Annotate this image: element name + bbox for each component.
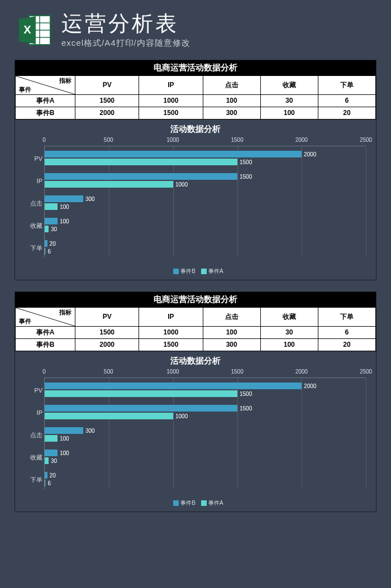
legend-label-b: 事件B	[180, 268, 196, 274]
bar-series-a: 1000	[45, 413, 173, 419]
x-axis: 05001000150020002500	[44, 369, 366, 377]
report-panel: 电商运营活动数据分析指标事件PVIP点击收藏下单事件A1500100010030…	[15, 291, 376, 512]
chart-legend: 事件B事件A	[15, 499, 376, 507]
cell-value: 30	[260, 94, 318, 107]
cell-value: 300	[203, 107, 260, 119]
category-label: PV	[18, 155, 42, 162]
column-header: PV	[75, 307, 139, 326]
category-group: IP15001000	[45, 171, 366, 191]
bar-value: 300	[85, 195, 95, 202]
table-corner: 指标事件	[16, 75, 75, 94]
row-label: 事件B	[16, 338, 75, 351]
bar-series-b: 20	[45, 240, 47, 247]
table-row: 事件B2000150030010020	[16, 107, 376, 119]
cell-value: 100	[203, 326, 260, 338]
row-label: 事件A	[16, 326, 75, 338]
legend-swatch-a	[201, 269, 207, 274]
column-header: PV	[75, 75, 139, 94]
column-header: 收藏	[260, 307, 318, 326]
bar-series-b: 2000	[45, 151, 302, 157]
data-table: 指标事件PVIP点击收藏下单事件A15001000100306事件B200015…	[15, 307, 376, 351]
category-group: 收藏10030	[45, 216, 366, 236]
cell-value: 2000	[75, 338, 139, 351]
bar-series-b: 2000	[45, 383, 302, 389]
bar-value: 30	[51, 457, 57, 463]
category-label: 下单	[18, 243, 42, 252]
cell-value: 100	[203, 94, 260, 107]
cell-value: 20	[318, 107, 375, 119]
bar-series-a: 100	[45, 435, 58, 442]
plot-area: PV20001500IP15001000点击300100收藏10030下单206	[44, 377, 366, 489]
x-tick: 0	[42, 369, 46, 375]
chart-area: 活动数据分析05001000150020002500PV20001500IP15…	[15, 119, 376, 280]
category-group: 下单206	[45, 470, 366, 490]
legend-swatch-b	[173, 269, 179, 274]
page-header: X 运营分析表 excel格式/A4打印/内容随意修改	[0, 0, 391, 54]
bar-value: 20	[50, 240, 56, 246]
bar-series-b: 300	[45, 427, 83, 434]
x-tick: 2000	[295, 369, 308, 375]
bar-value: 100	[60, 203, 69, 209]
bar-value: 300	[85, 427, 95, 433]
legend-swatch-b	[173, 500, 179, 506]
cell-value: 100	[260, 338, 318, 351]
bar-series-b: 300	[45, 195, 83, 202]
cell-value: 6	[318, 326, 375, 338]
bar-value: 20	[50, 472, 56, 478]
svg-text:X: X	[23, 23, 31, 36]
bar-value: 1000	[175, 413, 188, 419]
bar-value: 1500	[240, 173, 252, 179]
column-header: IP	[139, 307, 203, 326]
cell-value: 1000	[139, 326, 203, 338]
cell-value: 1500	[139, 338, 203, 351]
legend-label-a: 事件A	[208, 268, 223, 274]
x-tick: 1000	[166, 137, 179, 143]
report-panel: 电商运营活动数据分析指标事件PVIP点击收藏下单事件A1500100010030…	[15, 60, 376, 280]
excel-icon: X	[17, 12, 53, 48]
bar-value: 1500	[240, 159, 252, 165]
bar-series-a: 100	[45, 203, 58, 210]
table-row: 事件A15001000100306	[16, 326, 376, 338]
corner-top-label: 指标	[59, 308, 71, 317]
bar-value: 1000	[175, 181, 188, 187]
legend-label-a: 事件A	[208, 500, 223, 506]
bar-value: 1500	[240, 405, 252, 411]
x-tick: 1000	[166, 369, 179, 375]
bar-value: 1500	[240, 390, 252, 396]
data-table: 指标事件PVIP点击收藏下单事件A15001000100306事件B200015…	[15, 75, 376, 119]
bar-series-a: 30	[45, 457, 49, 464]
bar-value: 6	[47, 480, 51, 486]
category-label: IP	[18, 178, 42, 184]
bar-value: 2000	[304, 383, 316, 389]
column-header: 点击	[203, 75, 260, 94]
chart-title: 活动数据分析	[15, 124, 376, 135]
x-tick: 2500	[360, 137, 372, 143]
chart-plot: 05001000150020002500PV20001500IP15001000…	[44, 137, 366, 265]
corner-top-label: 指标	[59, 77, 71, 85]
x-tick: 0	[42, 137, 46, 143]
x-tick: 500	[104, 369, 113, 375]
bar-series-a: 1500	[45, 159, 237, 165]
legend-label-b: 事件B	[180, 500, 196, 506]
bar-series-b: 100	[45, 218, 58, 224]
gridline	[366, 378, 366, 489]
cell-value: 1500	[75, 326, 139, 338]
cell-value: 6	[318, 94, 375, 107]
x-tick: 2500	[360, 369, 372, 375]
chart-area: 活动数据分析05001000150020002500PV20001500IP15…	[15, 351, 376, 511]
category-label: PV	[18, 387, 42, 394]
legend-swatch-a	[201, 500, 207, 506]
bar-series-b: 20	[45, 472, 47, 479]
table-row: 事件A15001000100306	[16, 94, 376, 107]
chart-plot: 05001000150020002500PV20001500IP15001000…	[44, 369, 366, 497]
category-group: 收藏10030	[45, 447, 366, 467]
column-header: 下单	[318, 307, 375, 326]
sheet-title: 电商运营活动数据分析	[15, 60, 376, 75]
table-row: 事件B2000150030010020	[16, 338, 376, 351]
category-label: 收藏	[18, 453, 42, 461]
cell-value: 1000	[139, 94, 203, 107]
column-header: 下单	[318, 75, 375, 94]
cell-value: 300	[203, 338, 260, 351]
bar-value: 6	[47, 248, 51, 254]
page-subtitle: excel格式/A4打印/内容随意修改	[61, 38, 190, 49]
